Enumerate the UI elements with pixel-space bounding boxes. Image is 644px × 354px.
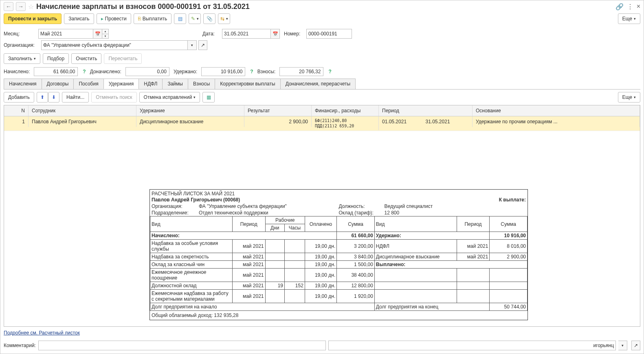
attach-button[interactable]: 📎 [203,13,215,24]
number-input[interactable]: 0000-000191 [306,29,352,39]
page-title: Начисление зарплаты и взносов 0000-00019… [36,2,250,11]
contributions-label: Взносы: [257,69,276,74]
ps-org-value: ФА "Управление субъекта федерации" [199,203,339,209]
print-button[interactable]: ▤ [174,13,186,24]
ps-division-label: Подразделение: [152,210,199,216]
withheld-value: 10 916,00 [201,67,245,76]
tab-loans[interactable]: Займы [162,79,188,89]
cell-n: 1 [4,116,29,127]
movements-icon: ⇆ [220,16,224,22]
ps-position-value: Ведущий специалист [385,203,462,209]
nav-back-button[interactable]: ← [4,2,13,11]
payslip-payout-label: К выплате: [499,197,526,203]
accrued-help[interactable]: ? [83,69,86,74]
cell-deduction: Дисциплинарное взыскание [136,116,244,127]
arrow-down-icon: ⬇ [52,94,56,100]
col-n: N [4,105,29,116]
withheld-help[interactable]: ? [250,69,253,74]
col-employee: Сотрудник [29,105,136,116]
payslip-link[interactable]: Подробнее см. Расчетный листок [4,330,80,336]
pencil-icon: ✎ [191,16,195,22]
month-up[interactable]: ▲ [102,29,109,34]
tab-additional[interactable]: Доначисления, перерасчеты [280,79,356,89]
tab-contracts[interactable]: Договоры [42,79,74,89]
payslip-title: РАСЧЕТНЫЙ ЛИСТОК ЗА МАЙ 2021 [150,190,528,197]
responsible-input[interactable]: игорьянц [328,341,616,350]
recalc-button: Пересчитать [104,53,142,64]
cell-result: 2 900,00 [244,116,312,127]
payout-button[interactable]: ⎘Выплатить [134,13,172,24]
nav-forward-button[interactable]: → [16,2,26,11]
tab-accruals[interactable]: Начисления [4,79,42,89]
contributions-value: 20 766,32 [279,67,323,76]
tab-deductions[interactable]: Удержания [103,79,139,89]
write-button[interactable]: Записать [64,13,94,24]
sub-more-button[interactable]: Еще ▾ [618,92,640,103]
more-button[interactable]: Еще ▾ [618,13,640,24]
responsible-open[interactable]: ↗ [631,341,640,350]
contributions-help[interactable]: ? [328,69,331,74]
clear-button[interactable]: Очистить [71,53,101,64]
org-open-button[interactable]: ↗ [198,40,207,50]
org-label: Организация: [4,42,37,48]
cancel-corrections-button[interactable]: Отмена исправлений ▾ [139,92,200,103]
month-input[interactable]: Май 2021 [38,29,93,39]
settings-table-button[interactable]: ▦ [202,92,215,103]
org-input[interactable]: ФА "Управление субъекта федерации" [41,40,188,50]
comment-input[interactable] [38,341,326,350]
ps-org-label: Организация: [152,203,199,209]
col-basis: Основание [473,105,640,116]
ps-division-value: Отдел технической поддержки [199,210,339,216]
add-row-button[interactable]: Добавить [4,92,34,103]
cell-employee: Павлов Андрей Григорьевич [29,116,136,127]
link-icon[interactable]: 🔗 [615,3,624,11]
col-deduction: Удержание [136,105,244,116]
close-icon[interactable]: × [637,3,640,11]
cell-financing: БФ(211)240,80 ПДД(211)2 659,20 [312,116,379,130]
payslip-employee: Павлов Андрей Григорьевич (00068) [152,197,240,203]
post-and-close-button[interactable]: Провести и закрыть [4,13,62,24]
additional-label: Доначислено: [90,69,121,74]
document-icon: ▤ [178,16,182,22]
tab-contributions[interactable]: Взносы [188,79,215,89]
org-dropdown[interactable]: ▾ [188,40,197,50]
ps-tariff-value: 12 800 [385,210,462,216]
table-settings-icon: ▦ [207,94,211,100]
post-button[interactable]: ▸Провести [97,13,131,24]
movements-button[interactable]: ⇆▾ [218,13,230,24]
pick-button[interactable]: Подбор [43,53,69,64]
tab-bar: Начисления Договоры Пособия Удержания НД… [4,79,640,90]
col-period: Период [379,105,473,116]
month-calendar-button[interactable]: 📅 [93,29,102,39]
accrued-value: 61 660,00 [34,67,78,76]
tab-corrections[interactable]: Корректировки выплаты [215,79,280,89]
additional-value: 0,00 [125,67,169,76]
payout-icon: ⎘ [138,16,141,22]
col-financing: Финансир., расходы [312,105,379,116]
move-up-button[interactable]: ⬆ [37,92,48,103]
edit-button[interactable]: ✎▾ [189,13,201,24]
favorite-icon[interactable]: ☆ [28,3,34,11]
more-icon[interactable]: ⋮ [627,3,633,11]
responsible-dropdown[interactable]: ▾ [618,341,627,350]
date-calendar-button[interactable]: 📅 [271,29,280,39]
clip-icon: 📎 [207,16,213,22]
move-down-button[interactable]: ⬇ [48,92,59,103]
withheld-label: Удержано: [174,69,197,74]
cell-period: 01.05.202131.05.2021 [379,116,473,127]
date-input[interactable]: 31.05.2021 [222,29,271,39]
accrued-label: Начислено: [4,69,30,74]
cell-basis: Удержание по прочим операциям ... [473,116,640,127]
ps-tariff-label: Оклад (тариф): [339,210,385,216]
tab-ndfl[interactable]: НДФЛ [138,79,163,89]
comment-label: Комментарий: [4,343,36,348]
tab-benefits[interactable]: Пособия [73,79,103,89]
find-button[interactable]: Найти... [62,92,89,103]
post-icon: ▸ [101,16,103,22]
fill-button[interactable]: Заполнить ▾ [4,53,40,64]
date-label: Дата: [202,31,218,37]
number-label: Номер: [284,31,302,37]
table-row[interactable]: 1 Павлов Андрей Григорьевич Дисциплинарн… [4,116,640,131]
month-down[interactable]: ▼ [102,34,109,39]
payslip-taxable: Общий облагаемый доход: 132 935,28 [150,311,528,320]
